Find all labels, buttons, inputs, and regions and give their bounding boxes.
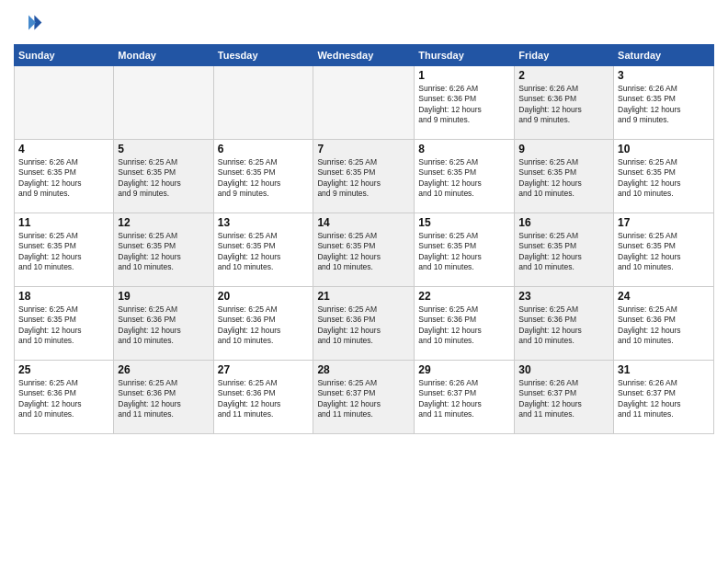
- day-number: 10: [618, 143, 710, 155]
- weekday-header: Friday: [515, 45, 614, 66]
- weekday-header: Monday: [114, 45, 213, 66]
- day-info: Sunrise: 6:26 AM Sunset: 6:37 PM Dayligh…: [518, 378, 609, 420]
- calendar-cell: [213, 66, 313, 140]
- day-number: 31: [618, 363, 710, 376]
- day-info: Sunrise: 6:25 AM Sunset: 6:36 PM Dayligh…: [118, 378, 209, 420]
- calendar-cell: 29Sunrise: 6:26 AM Sunset: 6:37 PM Dayli…: [415, 361, 515, 434]
- day-info: Sunrise: 6:25 AM Sunset: 6:35 PM Dayligh…: [118, 157, 209, 200]
- day-number: 8: [418, 143, 510, 155]
- logo-icon: [14, 9, 43, 39]
- calendar-cell: 27Sunrise: 6:25 AM Sunset: 6:36 PM Dayli…: [213, 361, 313, 434]
- header: [14, 9, 714, 39]
- day-info: Sunrise: 6:25 AM Sunset: 6:35 PM Dayligh…: [618, 231, 710, 273]
- day-info: Sunrise: 6:25 AM Sunset: 6:36 PM Dayligh…: [317, 304, 410, 347]
- day-info: Sunrise: 6:25 AM Sunset: 6:35 PM Dayligh…: [618, 157, 710, 200]
- weekday-header: Saturday: [614, 45, 714, 66]
- calendar-cell: 2Sunrise: 6:26 AM Sunset: 6:36 PM Daylig…: [515, 66, 614, 140]
- day-number: 15: [418, 216, 510, 229]
- calendar-cell: 28Sunrise: 6:25 AM Sunset: 6:37 PM Dayli…: [313, 361, 415, 434]
- calendar-cell: 31Sunrise: 6:26 AM Sunset: 6:37 PM Dayli…: [614, 361, 714, 434]
- calendar-body: 1Sunrise: 6:26 AM Sunset: 6:36 PM Daylig…: [15, 66, 714, 434]
- day-info: Sunrise: 6:25 AM Sunset: 6:35 PM Dayligh…: [518, 231, 609, 273]
- day-number: 28: [317, 363, 410, 376]
- calendar-cell: 7Sunrise: 6:25 AM Sunset: 6:35 PM Daylig…: [313, 140, 415, 213]
- day-number: 29: [418, 363, 510, 376]
- calendar-cell: 13Sunrise: 6:25 AM Sunset: 6:35 PM Dayli…: [213, 213, 313, 287]
- day-info: Sunrise: 6:25 AM Sunset: 6:35 PM Dayligh…: [317, 231, 410, 273]
- day-info: Sunrise: 6:25 AM Sunset: 6:35 PM Dayligh…: [118, 231, 209, 273]
- calendar-cell: 1Sunrise: 6:26 AM Sunset: 6:36 PM Daylig…: [415, 66, 515, 140]
- day-number: 5: [118, 143, 209, 155]
- calendar-table: SundayMondayTuesdayWednesdayThursdayFrid…: [14, 44, 714, 434]
- day-info: Sunrise: 6:25 AM Sunset: 6:35 PM Dayligh…: [218, 231, 310, 273]
- day-number: 13: [218, 216, 310, 229]
- calendar-week-row: 25Sunrise: 6:25 AM Sunset: 6:36 PM Dayli…: [15, 361, 714, 434]
- day-info: Sunrise: 6:25 AM Sunset: 6:35 PM Dayligh…: [18, 304, 109, 347]
- day-number: 17: [618, 216, 710, 229]
- day-info: Sunrise: 6:25 AM Sunset: 6:36 PM Dayligh…: [218, 304, 310, 347]
- day-info: Sunrise: 6:25 AM Sunset: 6:35 PM Dayligh…: [518, 157, 609, 200]
- calendar-cell: 6Sunrise: 6:25 AM Sunset: 6:35 PM Daylig…: [213, 140, 313, 213]
- day-number: 19: [118, 290, 209, 303]
- day-number: 26: [118, 363, 209, 376]
- day-number: 16: [518, 216, 609, 229]
- calendar-week-row: 11Sunrise: 6:25 AM Sunset: 6:35 PM Dayli…: [15, 213, 714, 287]
- day-number: 1: [418, 69, 510, 82]
- day-info: Sunrise: 6:25 AM Sunset: 6:35 PM Dayligh…: [18, 231, 109, 273]
- day-number: 30: [518, 363, 609, 376]
- day-info: Sunrise: 6:26 AM Sunset: 6:37 PM Dayligh…: [418, 378, 510, 420]
- day-number: 2: [518, 69, 609, 82]
- day-info: Sunrise: 6:26 AM Sunset: 6:35 PM Dayligh…: [618, 84, 710, 126]
- day-info: Sunrise: 6:25 AM Sunset: 6:37 PM Dayligh…: [317, 378, 410, 420]
- day-number: 14: [317, 216, 410, 229]
- calendar-week-row: 18Sunrise: 6:25 AM Sunset: 6:35 PM Dayli…: [15, 287, 714, 361]
- day-number: 3: [618, 69, 710, 82]
- day-info: Sunrise: 6:26 AM Sunset: 6:37 PM Dayligh…: [618, 378, 710, 420]
- day-info: Sunrise: 6:25 AM Sunset: 6:35 PM Dayligh…: [218, 157, 310, 200]
- calendar-cell: 26Sunrise: 6:25 AM Sunset: 6:36 PM Dayli…: [114, 361, 213, 434]
- calendar-header-row: SundayMondayTuesdayWednesdayThursdayFrid…: [15, 45, 714, 66]
- day-info: Sunrise: 6:25 AM Sunset: 6:36 PM Dayligh…: [618, 304, 710, 347]
- logo: [14, 9, 47, 39]
- calendar-cell: 18Sunrise: 6:25 AM Sunset: 6:35 PM Dayli…: [15, 287, 114, 361]
- calendar-cell: 12Sunrise: 6:25 AM Sunset: 6:35 PM Dayli…: [114, 213, 213, 287]
- day-number: 27: [218, 363, 310, 376]
- day-info: Sunrise: 6:26 AM Sunset: 6:35 PM Dayligh…: [18, 157, 109, 200]
- day-number: 4: [18, 143, 109, 155]
- calendar-cell: 21Sunrise: 6:25 AM Sunset: 6:36 PM Dayli…: [313, 287, 415, 361]
- weekday-header: Tuesday: [213, 45, 313, 66]
- calendar-cell: 17Sunrise: 6:25 AM Sunset: 6:35 PM Dayli…: [614, 213, 714, 287]
- calendar-week-row: 1Sunrise: 6:26 AM Sunset: 6:36 PM Daylig…: [15, 66, 714, 140]
- day-number: 12: [118, 216, 209, 229]
- day-info: Sunrise: 6:26 AM Sunset: 6:36 PM Dayligh…: [418, 84, 510, 126]
- page: SundayMondayTuesdayWednesdayThursdayFrid…: [0, 0, 728, 563]
- calendar-cell: 24Sunrise: 6:25 AM Sunset: 6:36 PM Dayli…: [614, 287, 714, 361]
- calendar-cell: 16Sunrise: 6:25 AM Sunset: 6:35 PM Dayli…: [515, 213, 614, 287]
- day-number: 20: [218, 290, 310, 303]
- calendar-cell: 22Sunrise: 6:25 AM Sunset: 6:36 PM Dayli…: [415, 287, 515, 361]
- day-info: Sunrise: 6:25 AM Sunset: 6:35 PM Dayligh…: [418, 231, 510, 273]
- day-number: 11: [18, 216, 109, 229]
- day-info: Sunrise: 6:25 AM Sunset: 6:36 PM Dayligh…: [18, 378, 109, 420]
- day-info: Sunrise: 6:26 AM Sunset: 6:36 PM Dayligh…: [518, 84, 609, 126]
- day-number: 23: [518, 290, 609, 303]
- day-number: 21: [317, 290, 410, 303]
- calendar-cell: 5Sunrise: 6:25 AM Sunset: 6:35 PM Daylig…: [114, 140, 213, 213]
- calendar-cell: 30Sunrise: 6:26 AM Sunset: 6:37 PM Dayli…: [515, 361, 614, 434]
- calendar-cell: 3Sunrise: 6:26 AM Sunset: 6:35 PM Daylig…: [614, 66, 714, 140]
- calendar-cell: [15, 66, 114, 140]
- day-number: 22: [418, 290, 510, 303]
- day-number: 25: [18, 363, 109, 376]
- calendar-cell: 4Sunrise: 6:26 AM Sunset: 6:35 PM Daylig…: [15, 140, 114, 213]
- day-info: Sunrise: 6:25 AM Sunset: 6:36 PM Dayligh…: [218, 378, 310, 420]
- calendar-cell: 23Sunrise: 6:25 AM Sunset: 6:36 PM Dayli…: [515, 287, 614, 361]
- calendar-cell: 15Sunrise: 6:25 AM Sunset: 6:35 PM Dayli…: [415, 213, 515, 287]
- day-number: 9: [518, 143, 609, 155]
- day-info: Sunrise: 6:25 AM Sunset: 6:35 PM Dayligh…: [317, 157, 410, 200]
- calendar-cell: 9Sunrise: 6:25 AM Sunset: 6:35 PM Daylig…: [515, 140, 614, 213]
- day-info: Sunrise: 6:25 AM Sunset: 6:36 PM Dayligh…: [518, 304, 609, 347]
- weekday-header: Wednesday: [313, 45, 415, 66]
- calendar-cell: 14Sunrise: 6:25 AM Sunset: 6:35 PM Dayli…: [313, 213, 415, 287]
- day-number: 6: [218, 143, 310, 155]
- day-number: 24: [618, 290, 710, 303]
